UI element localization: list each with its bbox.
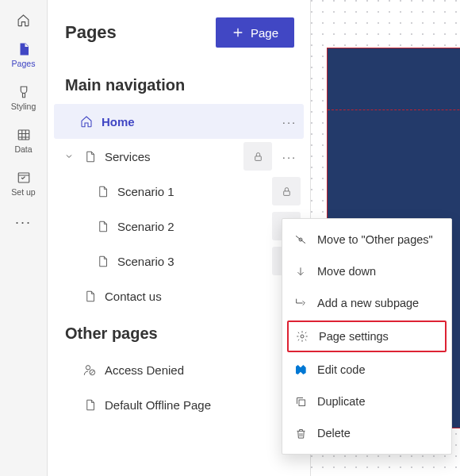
trash-icon xyxy=(293,428,308,440)
tree-item-label: Home xyxy=(102,115,135,129)
tree-item-label: Access Denied xyxy=(105,363,184,377)
row-menu-button[interactable]: ··· xyxy=(275,142,304,171)
menu-label: Move to "Other pages" xyxy=(317,233,433,246)
tree-item-label: Default Offline Page xyxy=(105,398,211,412)
menu-add-subpage[interactable]: Add a new subpage xyxy=(282,287,451,319)
rail-item-label: Styling xyxy=(11,102,36,111)
chevron-down-icon[interactable] xyxy=(63,152,75,161)
menu-label: Delete xyxy=(317,427,351,440)
tree-item-label: Scenario 3 xyxy=(117,255,174,268)
menu-label: Page settings xyxy=(319,330,389,343)
code-icon xyxy=(293,363,308,376)
home-icon xyxy=(79,115,94,128)
rail-item-setup[interactable]: Set up xyxy=(0,162,47,205)
duplicate-icon xyxy=(293,396,308,408)
person-denied-icon xyxy=(82,363,97,376)
pages-panel: Pages Page Main navigation Home ··· xyxy=(48,0,311,476)
add-page-button[interactable]: Page xyxy=(216,17,294,48)
tree-item-scenario1[interactable]: Scenario 1 xyxy=(54,174,304,209)
rail-item-styling[interactable]: Styling xyxy=(0,76,47,119)
menu-label: Edit code xyxy=(317,363,365,376)
menu-edit-code[interactable]: Edit code xyxy=(282,354,451,386)
tree-item-label: Contact us xyxy=(105,290,162,303)
tree-item-scenario3[interactable]: Scenario 3 xyxy=(54,244,304,278)
menu-move-down[interactable]: Move down xyxy=(282,255,451,287)
rail-item-label: Pages xyxy=(12,59,36,68)
page-icon xyxy=(82,290,97,302)
tree-item-contact[interactable]: Contact us xyxy=(54,278,304,313)
subpage-icon xyxy=(293,297,308,309)
menu-move-other[interactable]: Move to "Other pages" xyxy=(282,224,451,255)
svg-rect-2 xyxy=(255,155,261,159)
tree-item-label: Services xyxy=(105,150,151,163)
context-menu: Move to "Other pages" Move down Add a ne… xyxy=(282,218,452,455)
tree-item-label: Scenario 1 xyxy=(117,185,174,198)
svg-point-9 xyxy=(301,335,304,338)
rail-item-label: Data xyxy=(14,144,32,154)
gear-icon xyxy=(295,330,309,343)
panel-title: Pages xyxy=(65,22,117,43)
tree-item-services[interactable]: Services ··· xyxy=(54,139,304,174)
menu-page-settings[interactable]: Page settings xyxy=(287,321,447,352)
svg-rect-10 xyxy=(299,400,305,406)
page-icon xyxy=(82,399,97,411)
svg-point-6 xyxy=(86,366,90,370)
svg-rect-0 xyxy=(18,130,29,140)
rail-item-data[interactable]: Data xyxy=(0,119,47,162)
tree-item-default-offline[interactable]: Default Offline Page xyxy=(54,387,304,422)
rail-item-pages[interactable]: Pages xyxy=(0,33,47,76)
tree-item-scenario2[interactable]: Scenario 2 xyxy=(54,209,304,244)
add-page-label: Page xyxy=(251,26,278,40)
lock-icon xyxy=(243,142,272,171)
page-icon xyxy=(95,255,109,267)
tree-item-home[interactable]: Home ··· xyxy=(54,104,304,139)
menu-label: Add a new subpage xyxy=(317,297,419,309)
tree-item-label: Scenario 2 xyxy=(117,220,174,233)
svg-rect-3 xyxy=(283,190,289,194)
menu-label: Move down xyxy=(317,265,376,278)
rail-home-button[interactable] xyxy=(0,6,47,33)
section-main-nav: Main navigation xyxy=(48,65,310,104)
lock-icon xyxy=(272,177,301,205)
page-icon xyxy=(95,186,109,198)
menu-duplicate[interactable]: Duplicate xyxy=(282,386,451,417)
menu-label: Duplicate xyxy=(317,395,365,408)
page-icon xyxy=(95,221,109,232)
canvas-block-header xyxy=(328,48,460,110)
page-tree: Home ··· Services xyxy=(48,104,310,313)
arrow-down-icon xyxy=(293,266,308,277)
tree-item-access-denied[interactable]: Access Denied xyxy=(54,352,304,387)
move-icon xyxy=(293,233,308,246)
row-menu-button[interactable]: ··· xyxy=(275,107,304,136)
menu-delete[interactable]: Delete xyxy=(282,417,451,449)
left-rail: Pages Styling Data Set up ··· xyxy=(0,0,48,476)
page-icon xyxy=(82,151,97,163)
rail-item-label: Set up xyxy=(11,187,35,197)
rail-more-button[interactable]: ··· xyxy=(0,205,47,240)
section-other-pages: Other pages xyxy=(48,313,310,352)
